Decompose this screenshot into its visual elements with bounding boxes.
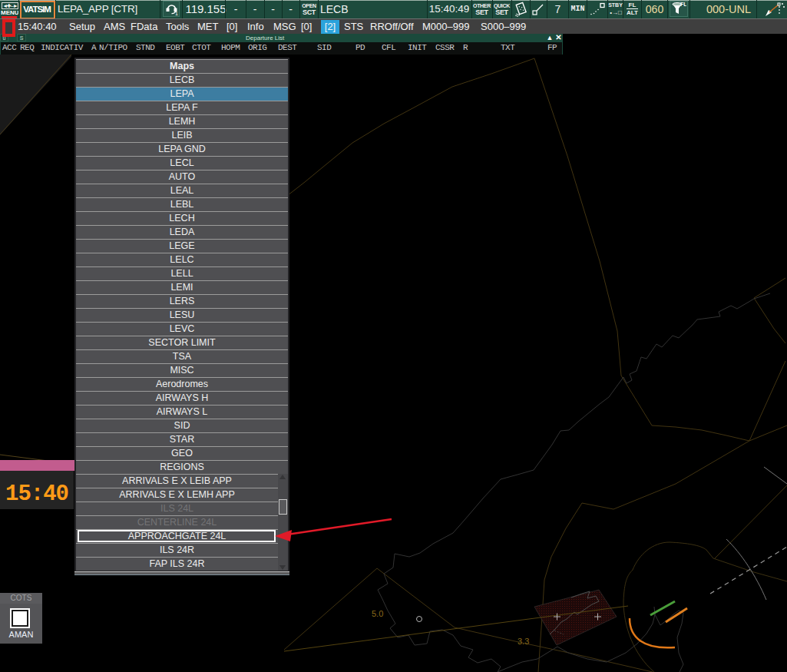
- svg-text:1: 1: [175, 11, 178, 15]
- svg-text:3.3: 3.3: [518, 637, 529, 646]
- svg-text:FL: FL: [680, 2, 686, 7]
- svg-text:5.0: 5.0: [372, 609, 383, 618]
